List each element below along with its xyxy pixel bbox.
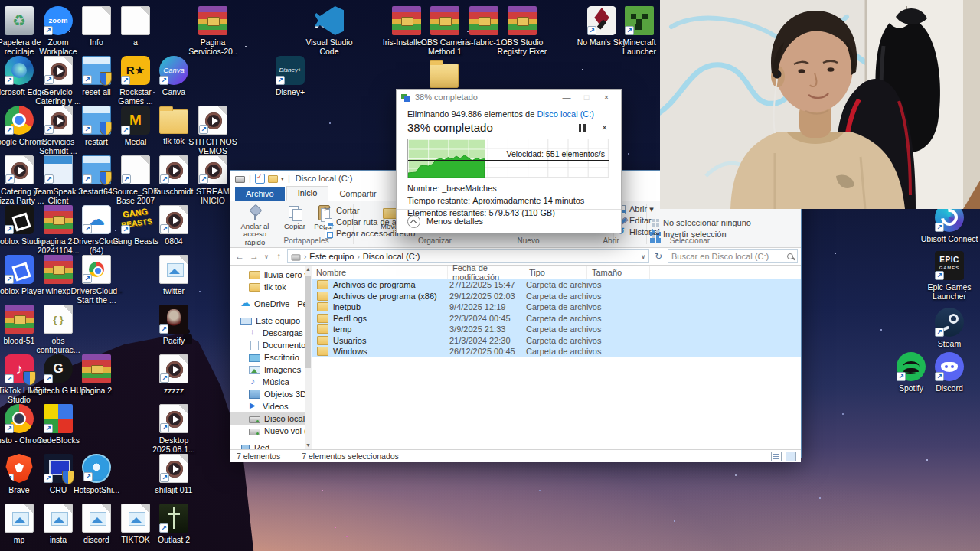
desktop-icon[interactable]: a bbox=[106, 6, 165, 47]
dialog-title-bar[interactable]: 38% completado — □ × bbox=[397, 90, 621, 105]
desktop-icon[interactable]: 0804 bbox=[145, 205, 203, 246]
shortcut-arrow-icon bbox=[159, 523, 168, 533]
thumbnail-view-icon[interactable] bbox=[786, 452, 796, 461]
nav-item-label: Descargas bbox=[263, 328, 303, 337]
column-tipo[interactable]: Tipo bbox=[524, 266, 587, 279]
cancel-button[interactable]: × bbox=[602, 122, 607, 133]
nav-item[interactable]: Descargas bbox=[230, 327, 312, 339]
file-row[interactable]: Windows26/12/2025 00:45Carpeta de archiv… bbox=[312, 346, 801, 357]
up-icon[interactable]: ↑ bbox=[273, 251, 285, 262]
open-item[interactable]: Abrir ▾ bbox=[617, 204, 654, 214]
refresh-icon[interactable]: ↻ bbox=[652, 251, 665, 262]
column-nombre[interactable]: Nombre bbox=[312, 266, 448, 279]
new-folder-icon[interactable] bbox=[268, 175, 278, 183]
desktop-icon[interactable]: obs configurac... bbox=[29, 305, 87, 355]
shortcut-arrow-icon bbox=[121, 126, 130, 135]
nav-item[interactable]: lluvia cero videos bbox=[230, 269, 312, 281]
desktop-icon[interactable]: STITCH NOS VEMOS bbox=[184, 106, 242, 156]
speed-label: Velocidad: 551 elementos/s bbox=[507, 149, 605, 158]
file-row[interactable]: PerfLogs22/3/2024 00:45Carpeta de archiv… bbox=[312, 313, 801, 324]
location-icon bbox=[292, 254, 301, 260]
file-row[interactable]: inetpub9/4/2025 12:19Carpeta de archivos bbox=[312, 302, 801, 313]
nav-item[interactable]: Este equipo bbox=[230, 315, 312, 327]
desktop-icon[interactable]: OBS Studio Registry Fixer bbox=[493, 6, 551, 57]
desktop-icon[interactable]: twitter bbox=[145, 255, 203, 295]
folder-icon bbox=[249, 283, 260, 292]
file-row[interactable]: temp3/9/2025 21:33Carpeta de archivos bbox=[312, 324, 801, 335]
nav-item[interactable]: OneDrive - Personal bbox=[230, 298, 312, 310]
desktop-icon[interactable]: Pacify bbox=[145, 305, 203, 345]
open-item[interactable]: Editar bbox=[617, 215, 652, 226]
file-row[interactable]: Usuarios21/3/2024 22:30Carpeta de archiv… bbox=[312, 335, 801, 347]
desktop-icon[interactable]: Ubisoft Connect bbox=[920, 203, 978, 243]
nav-item[interactable]: Nuevo vol (D:) bbox=[230, 425, 312, 437]
nav-item-label: Imágenes bbox=[264, 365, 301, 374]
media-icon bbox=[198, 106, 227, 135]
minimize-icon[interactable]: — bbox=[557, 93, 577, 102]
file-row[interactable]: Archivos de programa27/12/2025 15:47Carp… bbox=[312, 279, 801, 291]
nav-item[interactable]: Imágenes bbox=[230, 364, 312, 376]
nav-item[interactable]: Objetos 3D bbox=[230, 388, 312, 400]
tab-archivo[interactable]: Archivo bbox=[235, 187, 285, 201]
tab-compartir[interactable]: Compartir bbox=[328, 187, 387, 201]
scrollbar-thumb[interactable] bbox=[305, 276, 311, 368]
search-input[interactable]: Buscar en Disco local (C:) bbox=[668, 249, 798, 263]
pause-button[interactable] bbox=[577, 123, 588, 132]
desktop-icon[interactable]: zzzzz bbox=[145, 354, 203, 395]
desktop-icon-label: Canva bbox=[145, 87, 203, 96]
breadcrumb-this-pc[interactable]: Este equipo bbox=[309, 252, 354, 261]
properties-icon[interactable] bbox=[255, 174, 265, 184]
forward-icon[interactable]: → bbox=[248, 251, 260, 262]
desktop-icon[interactable]: Disney+ bbox=[261, 56, 319, 96]
desktop-icon[interactable]: Steam bbox=[920, 308, 978, 348]
shortcut-arrow-icon bbox=[159, 76, 168, 85]
folder-icon bbox=[317, 347, 328, 356]
address-dropdown-icon[interactable]: ∨ bbox=[641, 253, 645, 260]
desktop-icon[interactable]: Canva bbox=[145, 56, 203, 96]
nav-item[interactable]: Videos bbox=[230, 400, 312, 412]
back-icon[interactable]: ← bbox=[234, 251, 246, 262]
breadcrumb-local-disk[interactable]: Disco local (C:) bbox=[363, 252, 420, 261]
details-toggle[interactable]: Menos detalles bbox=[397, 209, 621, 233]
details-view-icon[interactable] bbox=[771, 452, 782, 461]
source-location-link[interactable]: Disco local (C:) bbox=[537, 109, 594, 119]
search-icon[interactable] bbox=[787, 253, 794, 260]
desktop-icon-label: Visual Studio Code bbox=[300, 37, 358, 57]
desktop-icon[interactable]: CodeBlocks bbox=[29, 404, 87, 445]
desktop-icon[interactable]: Pagina Servicios-20.. bbox=[184, 6, 242, 57]
nav-item[interactable]: Documentos bbox=[230, 339, 312, 351]
file-row[interactable]: Archivos de programa (x86)29/12/2025 02:… bbox=[312, 291, 801, 302]
media-icon bbox=[159, 354, 188, 383]
column-tamano[interactable]: Tamaño bbox=[587, 266, 650, 279]
breadcrumb[interactable]: › Este equipo › Disco local (C:) ∨ bbox=[287, 249, 649, 263]
shortcut-arrow-icon bbox=[83, 125, 92, 134]
desktop-icon[interactable]: Desktop 2025.08.1... bbox=[145, 404, 203, 455]
nav-item[interactable]: Música bbox=[230, 376, 312, 388]
nav-item[interactable]: Red bbox=[230, 442, 312, 449]
desktop-icon[interactable]: shilajit 011 bbox=[145, 454, 203, 494]
desktop-icon[interactable]: Visual Studio Code bbox=[300, 6, 358, 57]
nav-item[interactable]: Escritorio bbox=[230, 351, 312, 364]
shortcut-arrow-icon bbox=[5, 374, 14, 383]
desktop-icon[interactable]: Discord bbox=[920, 352, 978, 393]
desktop-icon[interactable]: Epic Games Launcher bbox=[920, 251, 978, 302]
recent-locations-icon[interactable]: ∨ bbox=[263, 253, 270, 260]
canva-icon bbox=[159, 56, 188, 85]
desktop-icon[interactable]: HotspotShi... bbox=[67, 454, 126, 494]
status-item-count: 7 elementos bbox=[237, 452, 280, 461]
nav-scrollbar[interactable]: ▲ ▼ bbox=[305, 266, 312, 449]
column-fecha[interactable]: Fecha de modificación bbox=[448, 266, 524, 279]
close-icon[interactable]: × bbox=[596, 93, 616, 102]
desktop-icon[interactable]: DriversCloud - Start the ... bbox=[67, 255, 126, 305]
tab-inicio[interactable]: Inicio bbox=[286, 186, 329, 201]
desktop-icon[interactable]: pagina 2 bbox=[67, 354, 126, 395]
qat-dropdown-icon[interactable]: ▾ bbox=[281, 175, 284, 182]
desktop-icon-label: shilajit 011 bbox=[145, 485, 203, 494]
nav-item-label: Videos bbox=[263, 402, 288, 411]
desktop-icon[interactable]: Outlast 2 bbox=[145, 504, 203, 544]
clipboard-item[interactable]: Cortar bbox=[324, 205, 360, 216]
select-item[interactable]: No seleccionar ninguno bbox=[651, 217, 751, 228]
nav-item[interactable]: tik tok bbox=[230, 281, 312, 293]
nav-item[interactable]: Disco local (C:) bbox=[230, 412, 312, 425]
time-remaining: Aproximadamente 14 minutos bbox=[472, 196, 584, 205]
